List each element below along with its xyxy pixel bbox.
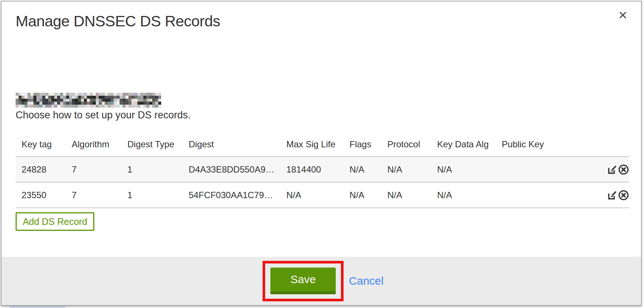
annotation-highlight-box: Save [263, 261, 344, 301]
edit-icon [607, 190, 618, 201]
column-actions [593, 132, 629, 157]
ds-records-table: Key tag Algorithm Digest Type Digest Max… [16, 132, 629, 208]
redacted-domain-text [16, 93, 161, 108]
cell-digest: D4A33E8DD550A9… [183, 157, 280, 182]
save-button[interactable]: Save [270, 268, 336, 294]
screen: Manage DNSSEC DS Records ✕ Choose how to… [0, 0, 644, 308]
cell-actions [593, 157, 629, 182]
edit-record-button[interactable] [607, 190, 618, 201]
cell-key-tag: 24828 [16, 157, 66, 182]
column-algorithm: Algorithm [66, 132, 121, 157]
cell-algorithm: 7 [66, 157, 121, 182]
column-digest: Digest [183, 132, 280, 157]
cell-key-data-alg: N/A [431, 157, 496, 182]
edit-record-button[interactable] [607, 164, 618, 175]
column-digest-type: Digest Type [121, 132, 183, 157]
column-key-tag: Key tag [16, 132, 66, 157]
delete-record-button[interactable] [618, 190, 629, 201]
cell-max-sig-life: 1814400 [280, 157, 344, 182]
page-title: Manage DNSSEC DS Records [16, 13, 220, 30]
column-protocol: Protocol [381, 132, 431, 157]
cell-key-data-alg: N/A [431, 182, 496, 208]
close-icon[interactable]: ✕ [618, 10, 628, 21]
cell-protocol: N/A [381, 157, 431, 182]
cell-flags: N/A [344, 182, 381, 208]
cell-public-key [496, 182, 593, 208]
table-row: 24828 7 1 D4A33E8DD550A9… 1814400 N/A N/… [16, 157, 629, 182]
cell-actions [593, 182, 629, 208]
delete-icon [618, 164, 629, 175]
cell-digest: 54FCF030AA1C79… [183, 182, 280, 208]
cell-digest-type: 1 [121, 157, 183, 182]
table-row: 23550 7 1 54FCF030AA1C79… N/A N/A N/A N/… [16, 182, 629, 208]
add-ds-record-button[interactable]: Add DS Record [16, 212, 94, 231]
column-max-sig-life: Max Sig Life [280, 132, 344, 157]
delete-record-button[interactable] [618, 164, 629, 175]
column-key-data-alg: Key Data Alg [431, 132, 496, 157]
cancel-link[interactable]: Cancel [349, 275, 383, 287]
cell-algorithm: 7 [66, 182, 121, 208]
cell-max-sig-life: N/A [280, 182, 344, 208]
modal-footer: Save Cancel [1, 257, 641, 305]
delete-icon [618, 190, 629, 201]
cell-digest-type: 1 [121, 182, 183, 208]
column-flags: Flags [344, 132, 381, 157]
column-public-key: Public Key [496, 132, 593, 157]
edit-icon [607, 164, 618, 175]
cell-flags: N/A [344, 157, 381, 182]
cell-key-tag: 23550 [16, 182, 66, 208]
cell-public-key [496, 157, 593, 182]
instruction-text: Choose how to set up your DS records. [16, 109, 191, 121]
cell-protocol: N/A [381, 182, 431, 208]
table-header-row: Key tag Algorithm Digest Type Digest Max… [16, 132, 629, 157]
manage-dnssec-modal: Manage DNSSEC DS Records ✕ Choose how to… [1, 1, 642, 306]
